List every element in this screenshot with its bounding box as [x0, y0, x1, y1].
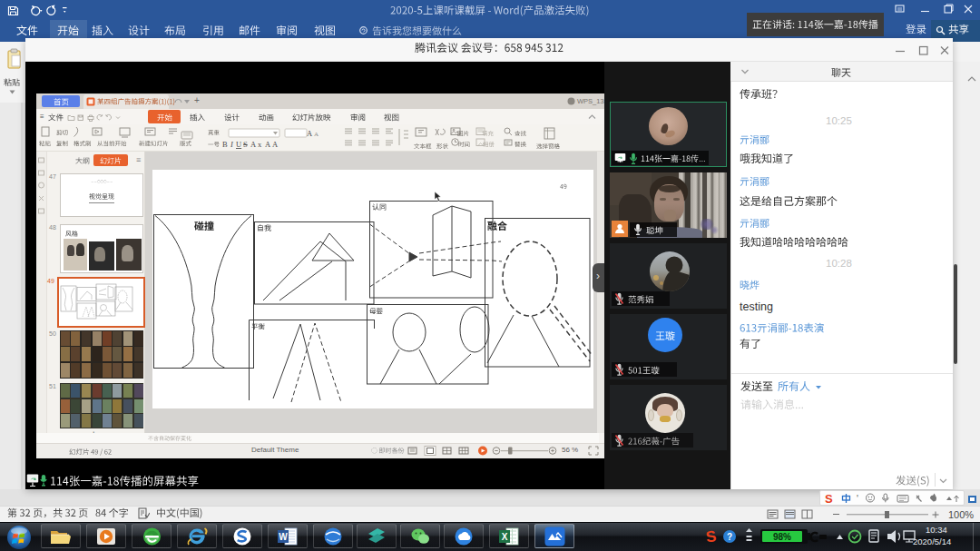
svg-text:A: A [307, 129, 313, 138]
svg-text:A: A [272, 140, 279, 149]
svg-text:S: S [243, 140, 248, 149]
svg-text:A: A [314, 131, 318, 138]
svg-text:A: A [265, 140, 271, 149]
svg-text:': ' [857, 494, 858, 504]
svg-text:W: W [279, 532, 288, 542]
svg-text:x: x [258, 140, 262, 149]
svg-text:I: I [230, 140, 234, 149]
svg-text:98%: 98% [773, 532, 791, 542]
svg-text:A: A [250, 140, 257, 149]
svg-text:X: X [502, 532, 508, 542]
svg-text:S: S [705, 527, 718, 546]
svg-text:B: B [222, 140, 228, 149]
svg-text:?: ? [727, 532, 732, 542]
svg-text:U: U [236, 140, 241, 149]
svg-text:S: S [825, 492, 833, 505]
